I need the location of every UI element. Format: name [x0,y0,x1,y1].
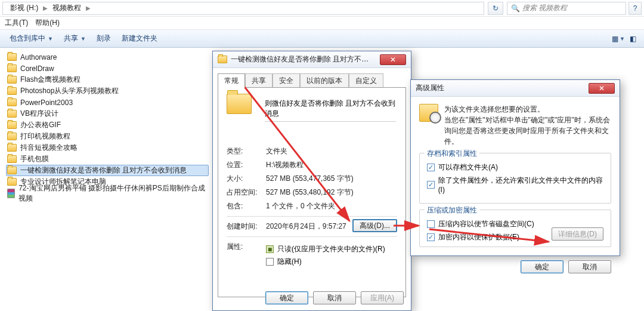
apply-button[interactable]: 应用(A) [361,291,404,304]
menubar: 工具(T) 帮助(H) [0,17,644,30]
folder-icon [7,133,17,140]
archive-icon [7,189,15,198]
tab-security[interactable]: 安全 [273,73,300,88]
advanced-desc-1: 为该文件夹选择您想要的设置。 [444,104,611,115]
include-in-library-button[interactable]: 包含到库中▼ [5,31,58,46]
folder-icon [7,167,17,174]
list-item-label: 抖音短视频全攻略 [20,143,78,153]
new-folder-button[interactable]: 新建文件夹 [117,31,162,46]
tab-general[interactable]: 常规 [218,73,245,88]
list-item-label: Authorware [20,53,57,61]
folder-icon [7,76,17,84]
list-item[interactable]: 办公表格GIF [6,119,209,131]
label-created: 创建时间: [227,221,266,232]
value-location: H:\视频教程 [266,160,304,170]
folder-settings-icon [419,104,438,122]
value-type: 文件夹 [266,146,287,156]
properties-tabs: 常规 共享 安全 以前的版本 自定义 [213,68,411,87]
list-item-label: 一键检测微信好友是否将你删除 且对方不会收到消息 [20,165,187,175]
folder-icon [7,110,17,118]
cancel-button[interactable]: 取消 [568,260,611,273]
list-item-label: VB程序设计 [20,109,58,119]
close-icon: ✕ [390,56,396,64]
value-size-on-disk: 527 MB (553,480,192 字节) [266,187,354,198]
list-item-label: CorelDraw [20,64,54,73]
list-item[interactable]: VB程序设计 [6,108,209,119]
chevron-down-icon: ▼ [48,36,53,42]
breadcrumb-root[interactable]: 影视 (H:) [7,2,42,14]
breadcrumb[interactable]: 影视 (H:) ▶ 视频教程 ▶ [2,2,484,15]
close-button[interactable]: ✕ [380,54,406,65]
chevron-right-icon: ▶ [42,5,49,11]
ok-button[interactable]: 确定 [521,260,564,273]
archive-checkbox[interactable] [427,164,435,171]
list-item-label: 72-淘宝网店男裤平铺 摄影拍摄牛仔休闲裤PS后期制作合成 视频 [18,183,208,204]
readonly-label: 只读(仅应用于文件夹中的文件)(R) [277,244,385,254]
index-checkbox[interactable] [427,181,435,189]
folder-icon [7,53,17,61]
list-item[interactable]: Flash金鹰视频教程 [6,74,209,85]
chevron-down-icon: ▼ [620,36,625,42]
list-item[interactable]: PowerPoint2003 [6,97,209,108]
advanced-desc-2: 当您在"属性"对话框中单击"确定"或"应用"时，系统会询问您是否将这些更改同时应… [444,115,611,147]
cancel-button[interactable]: 取消 [313,291,356,304]
ok-button[interactable]: 确定 [265,291,308,304]
view-options-button[interactable]: ▦▼ [612,32,625,45]
label-size: 大小: [227,174,266,184]
label-contains: 包含: [227,201,266,211]
folder-icon [7,64,17,72]
help-button[interactable]: ? [628,2,642,15]
folder-icon [227,94,252,114]
menu-help[interactable]: 帮助(H) [35,18,60,28]
burn-button[interactable]: 刻录 [92,31,116,46]
list-item[interactable]: 抖音短视频全攻略 [6,142,209,153]
group-archive-legend: 存档和索引属性 [425,149,479,159]
list-item-label: 打印机视频教程 [20,131,70,141]
toolbar: 包含到库中▼ 共享▼ 刻录 新建文件夹 ▦▼ ◧ [0,30,644,48]
list-item[interactable]: CorelDraw [6,63,209,74]
value-size: 527 MB (553,477,365 字节) [266,174,354,184]
close-button[interactable]: ✕ [589,83,615,94]
refresh-button[interactable]: ↻ [488,2,503,15]
tab-previous-versions[interactable]: 以前的版本 [300,73,349,88]
refresh-icon: ↻ [493,4,499,13]
list-item[interactable]: 手机包膜 [6,153,209,165]
value-contains: 1 个文件，0 个文件夹 [266,201,335,211]
list-item[interactable]: Photoshop从头学系列视频教程 [6,85,209,97]
readonly-checkbox[interactable]: ■ [266,245,274,253]
search-icon: 🔍 [511,4,520,13]
advanced-attributes-dialog: 高级属性 ✕ 为该文件夹选择您想要的设置。 当您在"属性"对话框中单击"确定"或… [410,79,620,256]
menu-tools[interactable]: 工具(T) [5,18,28,28]
index-label: 除了文件属性外，还允许索引此文件夹中文件的内容(I) [438,175,603,194]
folder-icon [7,98,17,106]
search-input[interactable]: 🔍 搜索 视频教程 [507,2,626,15]
details-button[interactable]: 详细信息(D) [552,227,603,241]
tab-custom[interactable]: 自定义 [349,73,383,88]
hidden-checkbox[interactable] [266,258,274,266]
list-item[interactable]: Authorware [6,51,209,63]
advanced-button[interactable]: 高级(D)... [352,219,397,232]
properties-dialog: 一键检测微信好友是否将你删除 且对方不会收到消息 ... ✕ 常规 共享 安全 … [212,51,411,311]
list-item[interactable]: 打印机视频教程 [6,131,209,142]
preview-pane-button[interactable]: ◧ [626,32,639,45]
list-item-label: 手机包膜 [20,154,49,164]
share-button[interactable]: 共享▼ [59,31,91,46]
list-item-label: PowerPoint2003 [20,98,73,107]
compress-checkbox[interactable] [427,220,435,228]
list-item[interactable]: 72-淘宝网店男裤平铺 摄影拍摄牛仔休闲裤PS后期制作合成 视频 [6,187,209,199]
folder-icon [218,56,227,63]
folder-icon [7,87,17,95]
label-type: 类型: [227,146,266,156]
folder-icon [7,144,17,152]
list-item[interactable]: 一键检测微信好友是否将你删除 且对方不会收到消息 [6,165,209,176]
label-attributes: 属性: [227,242,266,252]
tab-share[interactable]: 共享 [245,73,273,88]
properties-title: 一键检测微信好友是否将你删除 且对方不会收到消息 ... [231,54,374,64]
encrypt-checkbox[interactable] [427,233,435,241]
breadcrumb-folder[interactable]: 视频教程 [49,2,85,14]
folder-name-field[interactable]: 则微信好友是否将你删除 且对方不会收到消息 [265,98,396,122]
folder-list: AuthorwareCorelDrawFlash金鹰视频教程Photoshop从… [0,48,215,311]
hidden-label: 隐藏(H) [277,257,302,267]
list-item-label: 办公表格GIF [20,120,61,130]
group-compress-legend: 压缩或加密属性 [425,205,479,215]
